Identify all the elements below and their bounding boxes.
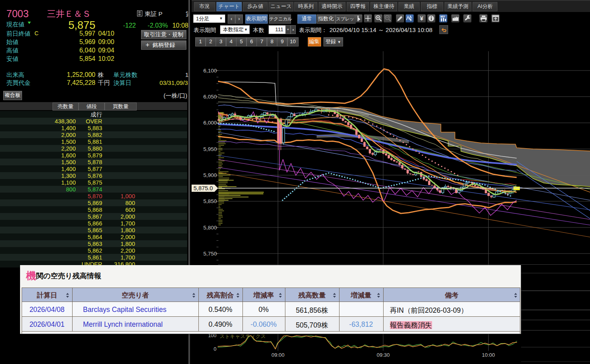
svg-text:5,900: 5,900 — [203, 172, 217, 178]
svg-text:6,000: 6,000 — [203, 120, 217, 126]
svg-text:09:30: 09:30 — [377, 352, 390, 358]
svg-text:10:00: 10:00 — [482, 352, 495, 358]
svg-text:6,050: 6,050 — [203, 94, 217, 100]
svg-text:5,850: 5,850 — [203, 198, 217, 204]
svg-text:09:00: 09:00 — [271, 352, 285, 358]
svg-text:MY: MY — [440, 15, 445, 18]
svg-text:5,800: 5,800 — [203, 225, 217, 231]
svg-text:0: 0 — [214, 346, 216, 352]
svg-text:5,750: 5,750 — [203, 251, 217, 257]
svg-text:ストキャスティクス: ストキャスティクス — [220, 334, 266, 339]
svg-text:5,950: 5,950 — [203, 146, 217, 152]
svg-text:6,100: 6,100 — [203, 68, 217, 74]
svg-text:5,875.0: 5,875.0 — [194, 185, 213, 191]
